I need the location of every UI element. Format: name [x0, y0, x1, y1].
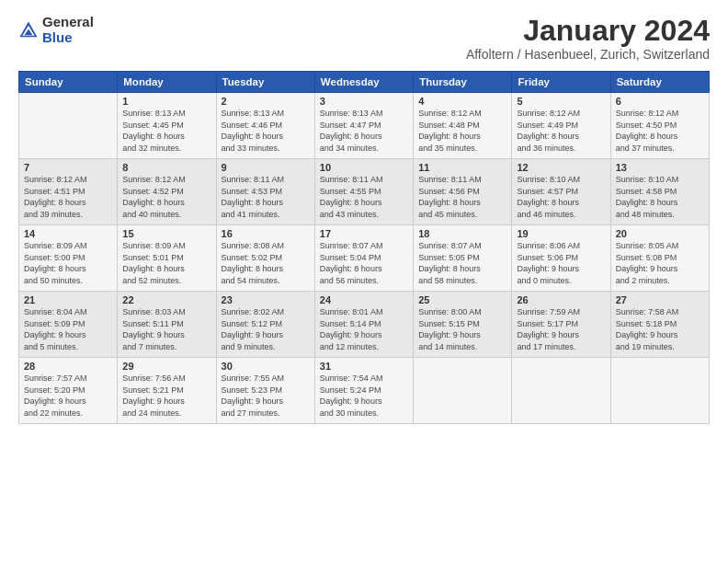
day-number: 23 [222, 294, 310, 305]
day-info: Sunrise: 8:09 AM Sunset: 5:01 PM Dayligh… [122, 240, 210, 286]
day-number: 30 [222, 361, 310, 372]
calendar-cell: 28Sunrise: 7:57 AM Sunset: 5:20 PM Dayli… [19, 358, 118, 424]
day-info: Sunrise: 8:09 AM Sunset: 5:00 PM Dayligh… [24, 240, 112, 286]
calendar-cell [19, 93, 118, 159]
day-info: Sunrise: 8:12 AM Sunset: 4:51 PM Dayligh… [24, 174, 112, 220]
header-friday: Friday [512, 72, 610, 93]
day-info: Sunrise: 8:02 AM Sunset: 5:12 PM Dayligh… [222, 306, 310, 352]
calendar-cell: 16Sunrise: 8:08 AM Sunset: 5:02 PM Dayli… [216, 225, 314, 292]
day-info: Sunrise: 7:54 AM Sunset: 5:24 PM Dayligh… [320, 373, 408, 419]
day-number: 8 [122, 162, 210, 173]
location: Affoltern / Hasenbueel, Zurich, Switzerl… [466, 47, 710, 62]
day-number: 15 [122, 228, 210, 239]
day-info: Sunrise: 8:12 AM Sunset: 4:52 PM Dayligh… [122, 174, 210, 220]
calendar-cell: 3Sunrise: 8:13 AM Sunset: 4:47 PM Daylig… [314, 93, 413, 159]
calendar-cell: 31Sunrise: 7:54 AM Sunset: 5:24 PM Dayli… [314, 358, 413, 424]
calendar-cell: 23Sunrise: 8:02 AM Sunset: 5:12 PM Dayli… [216, 292, 314, 358]
calendar-cell: 18Sunrise: 8:07 AM Sunset: 5:05 PM Dayli… [414, 225, 512, 292]
day-info: Sunrise: 7:57 AM Sunset: 5:20 PM Dayligh… [24, 373, 112, 419]
day-number: 16 [222, 228, 310, 239]
day-info: Sunrise: 8:05 AM Sunset: 5:08 PM Dayligh… [616, 240, 704, 286]
week-row-4: 28Sunrise: 7:57 AM Sunset: 5:20 PM Dayli… [19, 358, 710, 424]
day-info: Sunrise: 7:59 AM Sunset: 5:17 PM Dayligh… [517, 306, 605, 352]
calendar-cell: 22Sunrise: 8:03 AM Sunset: 5:11 PM Dayli… [118, 292, 216, 358]
day-info: Sunrise: 8:10 AM Sunset: 4:57 PM Dayligh… [517, 174, 605, 220]
calendar-cell: 1Sunrise: 8:13 AM Sunset: 4:45 PM Daylig… [118, 93, 216, 159]
logo: General Blue [18, 15, 94, 45]
day-number: 10 [320, 162, 408, 173]
calendar-cell: 5Sunrise: 8:12 AM Sunset: 4:49 PM Daylig… [512, 93, 610, 159]
calendar-cell: 14Sunrise: 8:09 AM Sunset: 5:00 PM Dayli… [19, 225, 118, 292]
day-info: Sunrise: 7:56 AM Sunset: 5:21 PM Dayligh… [122, 373, 210, 419]
calendar-cell: 9Sunrise: 8:11 AM Sunset: 4:53 PM Daylig… [216, 159, 314, 225]
logo-general: General [42, 15, 94, 30]
day-number: 21 [24, 294, 112, 305]
day-number: 13 [616, 162, 704, 173]
calendar-cell: 20Sunrise: 8:05 AM Sunset: 5:08 PM Dayli… [610, 225, 709, 292]
day-info: Sunrise: 8:00 AM Sunset: 5:15 PM Dayligh… [418, 306, 506, 352]
header-wednesday: Wednesday [314, 72, 413, 93]
day-info: Sunrise: 8:03 AM Sunset: 5:11 PM Dayligh… [122, 306, 210, 352]
day-number: 5 [517, 96, 605, 107]
calendar-cell: 26Sunrise: 7:59 AM Sunset: 5:17 PM Dayli… [512, 292, 610, 358]
calendar-cell: 10Sunrise: 8:11 AM Sunset: 4:55 PM Dayli… [314, 159, 413, 225]
calendar-cell: 27Sunrise: 7:58 AM Sunset: 5:18 PM Dayli… [610, 292, 709, 358]
calendar-cell: 7Sunrise: 8:12 AM Sunset: 4:51 PM Daylig… [19, 159, 118, 225]
day-number: 26 [517, 294, 605, 305]
week-row-1: 7Sunrise: 8:12 AM Sunset: 4:51 PM Daylig… [19, 159, 710, 225]
day-info: Sunrise: 8:08 AM Sunset: 5:02 PM Dayligh… [222, 240, 310, 286]
day-info: Sunrise: 8:07 AM Sunset: 5:05 PM Dayligh… [418, 240, 506, 286]
calendar-cell: 11Sunrise: 8:11 AM Sunset: 4:56 PM Dayli… [414, 159, 512, 225]
day-info: Sunrise: 8:12 AM Sunset: 4:48 PM Dayligh… [418, 108, 506, 154]
calendar-cell: 25Sunrise: 8:00 AM Sunset: 5:15 PM Dayli… [414, 292, 512, 358]
week-row-2: 14Sunrise: 8:09 AM Sunset: 5:00 PM Dayli… [19, 225, 710, 292]
calendar-cell [610, 358, 709, 424]
day-number: 2 [222, 96, 310, 107]
calendar-cell: 6Sunrise: 8:12 AM Sunset: 4:50 PM Daylig… [610, 93, 709, 159]
day-info: Sunrise: 8:04 AM Sunset: 5:09 PM Dayligh… [24, 306, 112, 352]
day-info: Sunrise: 7:58 AM Sunset: 5:18 PM Dayligh… [616, 306, 704, 352]
title-block: January 2024 Affoltern / Hasenbueel, Zur… [466, 15, 710, 62]
logo-icon [18, 20, 39, 40]
calendar-cell: 8Sunrise: 8:12 AM Sunset: 4:52 PM Daylig… [118, 159, 216, 225]
day-number: 12 [517, 162, 605, 173]
day-number: 20 [616, 228, 704, 239]
day-number: 9 [222, 162, 310, 173]
calendar-cell: 4Sunrise: 8:12 AM Sunset: 4:48 PM Daylig… [414, 93, 512, 159]
calendar-cell: 30Sunrise: 7:55 AM Sunset: 5:23 PM Dayli… [216, 358, 314, 424]
day-number: 24 [320, 294, 408, 305]
calendar-table: SundayMondayTuesdayWednesdayThursdayFrid… [18, 71, 710, 424]
day-info: Sunrise: 8:13 AM Sunset: 4:46 PM Dayligh… [222, 108, 310, 154]
calendar-cell: 12Sunrise: 8:10 AM Sunset: 4:57 PM Dayli… [512, 159, 610, 225]
day-info: Sunrise: 8:10 AM Sunset: 4:58 PM Dayligh… [616, 174, 704, 220]
calendar-cell: 21Sunrise: 8:04 AM Sunset: 5:09 PM Dayli… [19, 292, 118, 358]
header-row: SundayMondayTuesdayWednesdayThursdayFrid… [19, 72, 710, 93]
calendar-cell: 15Sunrise: 8:09 AM Sunset: 5:01 PM Dayli… [118, 225, 216, 292]
calendar-cell: 24Sunrise: 8:01 AM Sunset: 5:14 PM Dayli… [314, 292, 413, 358]
day-number: 1 [122, 96, 210, 107]
day-number: 18 [418, 228, 506, 239]
header-saturday: Saturday [610, 72, 709, 93]
day-info: Sunrise: 8:11 AM Sunset: 4:55 PM Dayligh… [320, 174, 408, 220]
calendar-cell [414, 358, 512, 424]
header-tuesday: Tuesday [216, 72, 314, 93]
calendar-cell: 2Sunrise: 8:13 AM Sunset: 4:46 PM Daylig… [216, 93, 314, 159]
day-number: 25 [418, 294, 506, 305]
page: General Blue January 2024 Affoltern / Ha… [0, 0, 728, 563]
day-info: Sunrise: 8:07 AM Sunset: 5:04 PM Dayligh… [320, 240, 408, 286]
logo-text: General Blue [42, 15, 94, 45]
day-number: 17 [320, 228, 408, 239]
week-row-0: 1Sunrise: 8:13 AM Sunset: 4:45 PM Daylig… [19, 93, 710, 159]
header-monday: Monday [118, 72, 216, 93]
day-number: 7 [24, 162, 112, 173]
day-info: Sunrise: 8:11 AM Sunset: 4:56 PM Dayligh… [418, 174, 506, 220]
day-number: 31 [320, 361, 408, 372]
header-sunday: Sunday [19, 72, 118, 93]
day-number: 29 [122, 361, 210, 372]
day-number: 22 [122, 294, 210, 305]
day-number: 19 [517, 228, 605, 239]
day-number: 3 [320, 96, 408, 107]
day-number: 27 [616, 294, 704, 305]
day-number: 4 [418, 96, 506, 107]
day-info: Sunrise: 8:06 AM Sunset: 5:06 PM Dayligh… [517, 240, 605, 286]
